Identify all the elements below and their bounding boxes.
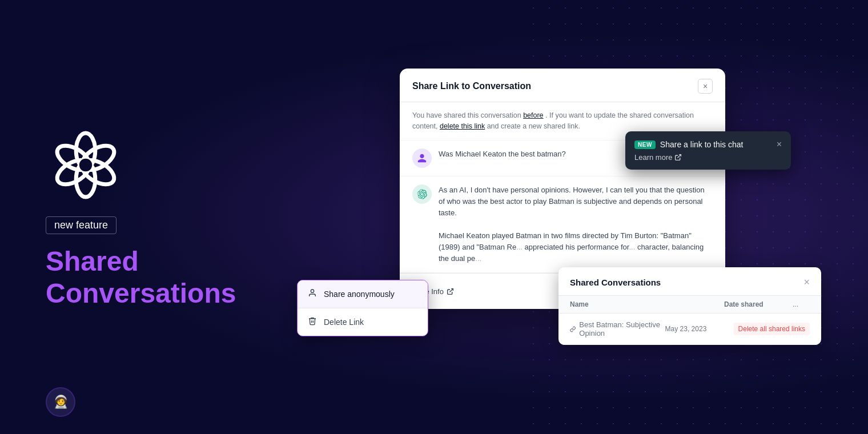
before-link[interactable]: before: [523, 111, 543, 119]
ai-message-text: As an AI, I don't have personal opinions…: [439, 184, 713, 265]
chat-message-ai: As an AI, I don't have personal opinions…: [400, 176, 725, 274]
delete-link[interactable]: delete this link: [440, 122, 485, 130]
modal-header: Share Link to Conversation ×: [400, 69, 725, 102]
shared-panel-title: Shared Conversations: [570, 278, 661, 287]
tooltip-close-button[interactable]: ×: [777, 139, 782, 150]
tooltip-card: NEW Share a link to this chat × Learn mo…: [625, 131, 791, 170]
svg-point-6: [79, 159, 92, 171]
user-avatar: [412, 148, 432, 168]
table-header-row: Name Date shared ...: [558, 296, 821, 314]
row-date-cell: May 23, 2023: [665, 325, 734, 333]
context-menu: Share anonymously Delete Link: [297, 280, 428, 336]
col-name-header: Name: [570, 300, 724, 308]
delete-all-shared-links-button[interactable]: Delete all shared links: [734, 323, 810, 335]
delete-link-item[interactable]: Delete Link: [298, 308, 428, 336]
main-title: Shared Conversations: [46, 246, 286, 308]
share-anonymously-label: Share anonymously: [324, 290, 395, 299]
shared-link[interactable]: Best Batman: Subjective Opinion: [579, 320, 665, 337]
delete-link-label: Delete Link: [324, 318, 364, 327]
tooltip-learn-more[interactable]: Learn more: [634, 153, 782, 162]
share-anonymously-item[interactable]: Share anonymously: [298, 280, 428, 308]
left-panel: new feature Shared Conversations: [46, 0, 286, 434]
person-icon: [308, 288, 317, 300]
tooltip-header: NEW Share a link to this chat ×: [634, 139, 782, 150]
table-row: Best Batman: Subjective Opinion May 23, …: [558, 314, 821, 345]
svg-line-7: [449, 289, 453, 292]
tooltip-title-row: NEW Share a link to this chat: [634, 140, 743, 149]
ai-avatar: [412, 184, 432, 204]
svg-line-8: [678, 155, 681, 158]
avatar: 🧑‍🚀: [46, 387, 75, 417]
new-feature-badge: new feature: [46, 216, 116, 234]
modal-title: Share Link to Conversation: [412, 81, 531, 91]
new-badge: NEW: [634, 140, 656, 149]
shared-conversations-panel: Shared Conversations × Name Date shared …: [558, 267, 821, 345]
shared-panel-close-button[interactable]: ×: [803, 276, 810, 288]
row-name-cell[interactable]: Best Batman: Subjective Opinion: [570, 320, 665, 337]
col-date-header: Date shared: [724, 300, 793, 308]
user-message-text: Was Michael Keaton the best batman?: [439, 148, 566, 168]
shared-table: Name Date shared ... Best Batman: Subjec…: [558, 296, 821, 345]
avatar-icon: 🧑‍🚀: [53, 395, 69, 409]
svg-point-9: [311, 290, 314, 292]
col-actions-header: ...: [793, 300, 810, 308]
shared-panel-header: Shared Conversations ×: [558, 267, 821, 296]
tooltip-title: Share a link to this chat: [660, 140, 744, 149]
openai-logo: [46, 125, 126, 205]
modal-close-button[interactable]: ×: [698, 79, 713, 94]
trash-icon: [308, 316, 317, 328]
